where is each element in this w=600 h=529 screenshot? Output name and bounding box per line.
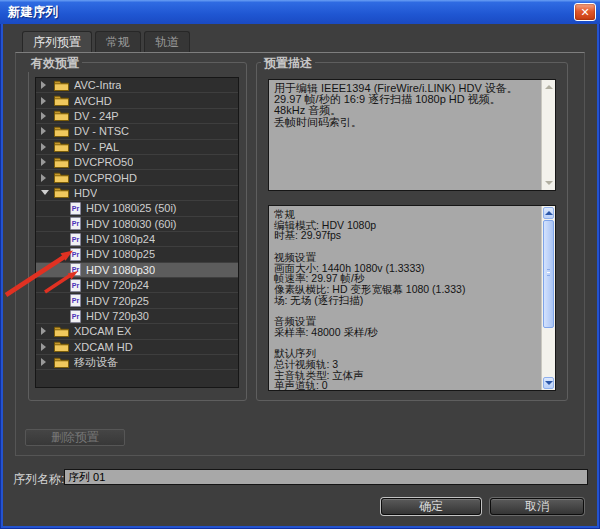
tree-item-label: 移动设备 xyxy=(74,355,118,370)
scroll-down-icon[interactable] xyxy=(543,177,554,189)
chevron-collapsed-icon[interactable] xyxy=(41,143,52,151)
tree-item-label: DVCPROHD xyxy=(74,172,137,184)
tree-preset-row[interactable]: PrHDV 1080p24 xyxy=(36,232,238,247)
preset-summary-box: 用于编辑 IEEE1394 (FireWire/i.LINK) HDV 设备。2… xyxy=(268,79,556,191)
chevron-collapsed-icon[interactable] xyxy=(41,97,52,105)
tree-item-label: HDV 1080p30 xyxy=(86,264,155,276)
summary-scrollbar[interactable] xyxy=(541,80,555,190)
scroll-down-icon[interactable] xyxy=(543,377,554,389)
folder-icon xyxy=(54,126,69,137)
presets-group-title: 有效预置 xyxy=(28,55,82,72)
tab-0[interactable]: 序列预置 xyxy=(22,31,92,52)
folder-icon xyxy=(54,187,69,198)
tree-item-label: XDCAM EX xyxy=(74,325,131,337)
dialog-title: 新建序列 xyxy=(8,4,58,21)
new-sequence-dialog: 新建序列 ✕ 序列预置常规轨道 有效预置 AVC-IntraAVCHDDV - … xyxy=(0,0,600,529)
premiere-preset-icon: Pr xyxy=(70,248,81,261)
folder-icon xyxy=(54,95,69,106)
chevron-collapsed-icon[interactable] xyxy=(41,127,52,135)
tab-2[interactable]: 轨道 xyxy=(144,31,190,52)
tree-folder-row[interactable]: 移动设备 xyxy=(36,355,238,370)
folder-icon xyxy=(54,141,69,152)
title-bar[interactable]: 新建序列 ✕ xyxy=(0,0,600,24)
tree-item-label: AVC-Intra xyxy=(74,79,121,91)
premiere-preset-icon: Pr xyxy=(70,202,81,215)
tree-folder-row[interactable]: DV - NTSC xyxy=(36,124,238,139)
tree-preset-row[interactable]: PrHDV 720p24 xyxy=(36,278,238,293)
cancel-button[interactable]: 取消 xyxy=(490,498,584,515)
chevron-collapsed-icon[interactable] xyxy=(41,112,52,120)
chevron-collapsed-icon[interactable] xyxy=(41,81,52,89)
preset-details-box: 常规编辑模式: HDV 1080p时基: 29.97fps 视频设置画面大小: … xyxy=(268,205,556,391)
tree-item-label: AVCHD xyxy=(74,95,112,107)
tree-folder-row[interactable]: DV - PAL xyxy=(36,140,238,155)
tree-item-label: DV - PAL xyxy=(74,141,119,153)
chevron-collapsed-icon[interactable] xyxy=(41,158,52,166)
tree-preset-row[interactable]: PrHDV 1080i25 (50i) xyxy=(36,201,238,216)
chevron-collapsed-icon[interactable] xyxy=(41,174,52,182)
premiere-preset-icon: Pr xyxy=(70,279,81,292)
close-icon[interactable]: ✕ xyxy=(574,3,596,21)
tree-folder-row[interactable]: XDCAM EX xyxy=(36,324,238,339)
tree-preset-row[interactable]: PrHDV 1080i30 (60i) xyxy=(36,217,238,232)
tree-item-label: HDV 1080i25 (50i) xyxy=(86,202,177,214)
preset-details-text: 常规编辑模式: HDV 1080p时基: 29.97fps 视频设置画面大小: … xyxy=(269,206,541,390)
tree-folder-row[interactable]: DVCPROHD xyxy=(36,170,238,185)
tree-folder-row[interactable]: AVCHD xyxy=(36,93,238,108)
premiere-preset-icon: Pr xyxy=(70,294,81,307)
description-line: 总计视频轨: 3 xyxy=(274,359,536,370)
preset-summary-text: 用于编辑 IEEE1394 (FireWire/i.LINK) HDV 设备。2… xyxy=(269,80,541,190)
tree-item-label: HDV 720p25 xyxy=(86,295,149,307)
scrollbar-thumb[interactable] xyxy=(543,220,554,328)
folder-icon xyxy=(54,80,69,91)
folder-icon xyxy=(54,172,69,183)
tree-preset-row[interactable]: PrHDV 720p30 xyxy=(36,309,238,324)
tree-folder-row[interactable]: DVCPRO50 xyxy=(36,155,238,170)
folder-icon xyxy=(54,357,69,368)
delete-preset-button[interactable]: 删除预置 xyxy=(25,429,125,446)
tree-item-label: DVCPRO50 xyxy=(74,156,133,168)
description-line: 单声道轨: 0 xyxy=(274,380,536,390)
description-line: 采样率: 48000 采样/秒 xyxy=(274,327,536,338)
scroll-up-icon[interactable] xyxy=(543,207,554,219)
description-line: 视频设置 xyxy=(274,252,536,263)
details-scrollbar[interactable] xyxy=(541,206,555,390)
description-line: 丢帧时间码索引。 xyxy=(274,117,536,128)
tree-item-label: HDV 1080p25 xyxy=(86,248,155,260)
chevron-expanded-icon[interactable] xyxy=(41,190,52,195)
premiere-preset-icon: Pr xyxy=(70,217,81,230)
tree-folder-row[interactable]: AVC-Intra xyxy=(36,78,238,93)
tree-item-label: DV - NTSC xyxy=(74,125,129,137)
description-line: 时基: 29.97fps xyxy=(274,230,536,241)
description-group-title: 预置描述 xyxy=(261,55,315,72)
tree-item-label: HDV 720p30 xyxy=(86,310,149,322)
dialog-content: 序列预置常规轨道 有效预置 AVC-IntraAVCHDDV - 24PDV -… xyxy=(3,24,597,526)
tree-folder-row[interactable]: DV - 24P xyxy=(36,109,238,124)
tree-preset-row[interactable]: PrHDV 1080p25 xyxy=(36,247,238,262)
tree-folder-row[interactable]: HDV xyxy=(36,186,238,201)
tree-item-label: XDCAM HD xyxy=(74,341,133,353)
sequence-name-label: 序列名称: xyxy=(13,471,64,488)
tree-folder-row[interactable]: XDCAM HD xyxy=(36,340,238,355)
chevron-collapsed-icon[interactable] xyxy=(41,343,52,351)
premiere-preset-icon: Pr xyxy=(70,263,81,276)
chevron-collapsed-icon[interactable] xyxy=(41,327,52,335)
tab-bar: 序列预置常规轨道 xyxy=(22,31,193,52)
tree-item-label: DV - 24P xyxy=(74,110,119,122)
premiere-preset-icon: Pr xyxy=(70,310,81,323)
sequence-name-input[interactable] xyxy=(64,469,588,485)
tree-preset-row[interactable]: PrHDV 1080p30 xyxy=(36,263,238,278)
tree-item-label: HDV xyxy=(74,187,97,199)
folder-icon xyxy=(54,110,69,121)
description-line: 场: 无场 (逐行扫描) xyxy=(274,295,536,306)
preset-tree[interactable]: AVC-IntraAVCHDDV - 24PDV - NTSCDV - PALD… xyxy=(35,77,239,388)
tab-1[interactable]: 常规 xyxy=(95,31,141,52)
scroll-up-icon[interactable] xyxy=(543,81,554,93)
folder-icon xyxy=(54,341,69,352)
folder-icon xyxy=(54,326,69,337)
ok-button[interactable]: 确定 xyxy=(381,498,481,515)
tree-item-label: HDV 720p24 xyxy=(86,279,149,291)
description-line: 48kHz 音频。 xyxy=(274,105,536,116)
chevron-collapsed-icon[interactable] xyxy=(41,358,52,366)
tree-preset-row[interactable]: PrHDV 720p25 xyxy=(36,293,238,308)
